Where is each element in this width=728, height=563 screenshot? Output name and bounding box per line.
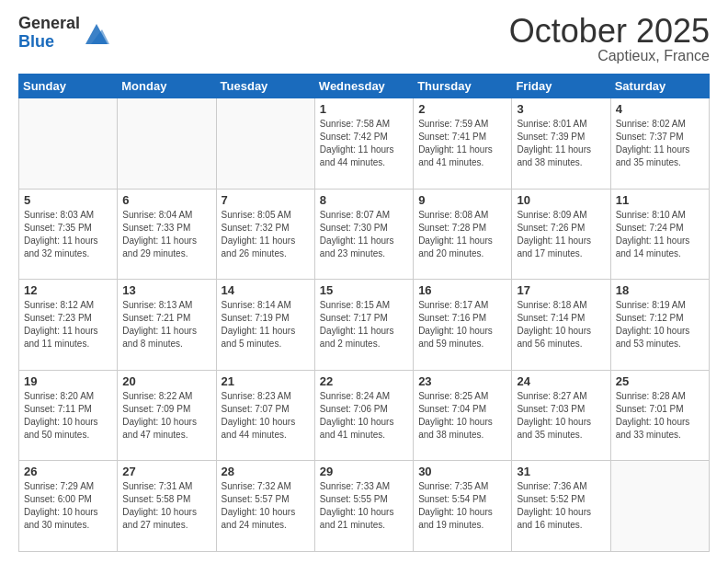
day-info: Sunrise: 7:31 AMSunset: 5:58 PMDaylight:…: [122, 480, 210, 532]
day-info: Sunrise: 8:12 AMSunset: 7:23 PMDaylight:…: [24, 299, 112, 350]
location: Captieux, France: [509, 48, 710, 64]
header-sunday: Sunday: [19, 75, 118, 98]
logo-icon: [84, 20, 109, 46]
day-info: Sunrise: 8:18 AMSunset: 7:14 PMDaylight:…: [517, 299, 605, 350]
week-row-3: 12Sunrise: 8:12 AMSunset: 7:23 PMDayligh…: [19, 280, 710, 371]
day-number: 12: [24, 283, 112, 297]
day-cell-0-1: [118, 98, 216, 190]
day-cell-4-4: 30Sunrise: 7:35 AMSunset: 5:54 PMDayligh…: [414, 461, 512, 552]
day-number: 23: [418, 374, 506, 388]
day-number: 1: [320, 102, 408, 116]
day-number: 22: [320, 374, 408, 388]
day-number: 17: [517, 283, 605, 297]
day-info: Sunrise: 7:36 AMSunset: 5:52 PMDaylight:…: [517, 480, 605, 532]
day-cell-3-4: 23Sunrise: 8:25 AMSunset: 7:04 PMDayligh…: [414, 370, 512, 461]
week-row-1: 1Sunrise: 7:58 AMSunset: 7:42 PMDaylight…: [19, 98, 710, 190]
day-cell-4-6: [610, 461, 709, 552]
day-info: Sunrise: 8:17 AMSunset: 7:16 PMDaylight:…: [418, 299, 506, 350]
day-cell-2-2: 14Sunrise: 8:14 AMSunset: 7:19 PMDayligh…: [216, 280, 314, 371]
day-info: Sunrise: 8:09 AMSunset: 7:26 PMDaylight:…: [517, 209, 605, 260]
day-info: Sunrise: 8:03 AMSunset: 7:35 PMDaylight:…: [24, 209, 112, 260]
day-cell-1-0: 5Sunrise: 8:03 AMSunset: 7:35 PMDaylight…: [19, 189, 118, 280]
day-cell-0-3: 1Sunrise: 7:58 AMSunset: 7:42 PMDaylight…: [314, 98, 413, 190]
day-number: 26: [24, 465, 112, 478]
header-friday: Friday: [512, 75, 610, 98]
day-cell-3-6: 25Sunrise: 8:28 AMSunset: 7:01 PMDayligh…: [610, 370, 709, 461]
day-cell-4-0: 26Sunrise: 7:29 AMSunset: 6:00 PMDayligh…: [19, 461, 118, 552]
day-number: 25: [616, 374, 704, 388]
logo-blue: Blue: [18, 33, 80, 52]
day-number: 21: [222, 374, 310, 388]
day-number: 19: [24, 374, 112, 388]
day-info: Sunrise: 8:23 AMSunset: 7:07 PMDaylight:…: [222, 390, 310, 442]
day-number: 10: [517, 193, 605, 207]
day-info: Sunrise: 7:58 AMSunset: 7:42 PMDaylight:…: [320, 118, 408, 169]
day-number: 6: [122, 193, 210, 207]
day-cell-0-0: [19, 98, 118, 190]
week-row-2: 5Sunrise: 8:03 AMSunset: 7:35 PMDaylight…: [19, 189, 710, 280]
day-number: 4: [616, 102, 704, 116]
day-info: Sunrise: 8:20 AMSunset: 7:11 PMDaylight:…: [24, 390, 112, 442]
day-info: Sunrise: 8:01 AMSunset: 7:39 PMDaylight:…: [517, 118, 605, 169]
day-cell-1-6: 11Sunrise: 8:10 AMSunset: 7:24 PMDayligh…: [610, 189, 709, 280]
day-info: Sunrise: 7:59 AMSunset: 7:41 PMDaylight:…: [418, 118, 506, 169]
day-info: Sunrise: 8:24 AMSunset: 7:06 PMDaylight:…: [320, 390, 408, 442]
day-cell-0-5: 3Sunrise: 8:01 AMSunset: 7:39 PMDaylight…: [512, 98, 610, 190]
day-info: Sunrise: 8:25 AMSunset: 7:04 PMDaylight:…: [418, 390, 506, 442]
day-number: 28: [222, 465, 310, 478]
day-number: 3: [517, 102, 605, 116]
day-number: 29: [320, 465, 408, 478]
calendar-table: Sunday Monday Tuesday Wednesday Thursday…: [18, 74, 710, 552]
day-info: Sunrise: 7:32 AMSunset: 5:57 PMDaylight:…: [222, 480, 310, 532]
day-cell-2-1: 13Sunrise: 8:13 AMSunset: 7:21 PMDayligh…: [118, 280, 216, 371]
day-number: 27: [122, 465, 210, 478]
day-cell-2-5: 17Sunrise: 8:18 AMSunset: 7:14 PMDayligh…: [512, 280, 610, 371]
day-cell-2-3: 15Sunrise: 8:15 AMSunset: 7:17 PMDayligh…: [314, 280, 413, 371]
day-number: 15: [320, 283, 408, 297]
title-block: October 2025 Captieux, France: [509, 15, 710, 64]
day-number: 31: [517, 465, 605, 478]
day-info: Sunrise: 8:28 AMSunset: 7:01 PMDaylight:…: [616, 390, 704, 442]
day-cell-3-2: 21Sunrise: 8:23 AMSunset: 7:07 PMDayligh…: [216, 370, 314, 461]
day-cell-1-1: 6Sunrise: 8:04 AMSunset: 7:33 PMDaylight…: [118, 189, 216, 280]
day-number: 2: [418, 102, 506, 116]
day-cell-0-4: 2Sunrise: 7:59 AMSunset: 7:41 PMDaylight…: [414, 98, 512, 190]
day-number: 13: [122, 283, 210, 297]
day-number: 7: [222, 193, 310, 207]
day-number: 16: [418, 283, 506, 297]
week-row-5: 26Sunrise: 7:29 AMSunset: 6:00 PMDayligh…: [19, 461, 710, 552]
day-cell-3-1: 20Sunrise: 8:22 AMSunset: 7:09 PMDayligh…: [118, 370, 216, 461]
day-info: Sunrise: 8:27 AMSunset: 7:03 PMDaylight:…: [517, 390, 605, 442]
header-saturday: Saturday: [610, 75, 709, 98]
day-cell-1-2: 7Sunrise: 8:05 AMSunset: 7:32 PMDaylight…: [216, 189, 314, 280]
day-number: 20: [122, 374, 210, 388]
day-number: 18: [616, 283, 704, 297]
day-cell-1-5: 10Sunrise: 8:09 AMSunset: 7:26 PMDayligh…: [512, 189, 610, 280]
logo: General Blue: [18, 15, 109, 52]
day-info: Sunrise: 8:19 AMSunset: 7:12 PMDaylight:…: [616, 299, 704, 350]
day-cell-3-0: 19Sunrise: 8:20 AMSunset: 7:11 PMDayligh…: [19, 370, 118, 461]
day-info: Sunrise: 8:13 AMSunset: 7:21 PMDaylight:…: [122, 299, 210, 350]
page: General Blue October 2025 Captieux, Fran…: [0, 0, 728, 563]
day-info: Sunrise: 7:29 AMSunset: 6:00 PMDaylight:…: [24, 480, 112, 532]
day-info: Sunrise: 8:14 AMSunset: 7:19 PMDaylight:…: [222, 299, 310, 350]
day-info: Sunrise: 8:02 AMSunset: 7:37 PMDaylight:…: [616, 118, 704, 169]
day-cell-4-2: 28Sunrise: 7:32 AMSunset: 5:57 PMDayligh…: [216, 461, 314, 552]
day-number: 30: [418, 465, 506, 478]
day-cell-4-1: 27Sunrise: 7:31 AMSunset: 5:58 PMDayligh…: [118, 461, 216, 552]
week-row-4: 19Sunrise: 8:20 AMSunset: 7:11 PMDayligh…: [19, 370, 710, 461]
day-number: 9: [418, 193, 506, 207]
day-cell-2-4: 16Sunrise: 8:17 AMSunset: 7:16 PMDayligh…: [414, 280, 512, 371]
month-title: October 2025: [509, 15, 710, 48]
header-thursday: Thursday: [414, 75, 512, 98]
day-number: 8: [320, 193, 408, 207]
logo-text: General Blue: [18, 15, 80, 52]
day-cell-1-4: 9Sunrise: 8:08 AMSunset: 7:28 PMDaylight…: [414, 189, 512, 280]
day-cell-3-3: 22Sunrise: 8:24 AMSunset: 7:06 PMDayligh…: [314, 370, 413, 461]
day-number: 5: [24, 193, 112, 207]
header: General Blue October 2025 Captieux, Fran…: [18, 15, 710, 64]
day-info: Sunrise: 7:35 AMSunset: 5:54 PMDaylight:…: [418, 480, 506, 532]
day-cell-2-6: 18Sunrise: 8:19 AMSunset: 7:12 PMDayligh…: [610, 280, 709, 371]
day-info: Sunrise: 8:07 AMSunset: 7:30 PMDaylight:…: [320, 209, 408, 260]
day-info: Sunrise: 8:04 AMSunset: 7:33 PMDaylight:…: [122, 209, 210, 260]
